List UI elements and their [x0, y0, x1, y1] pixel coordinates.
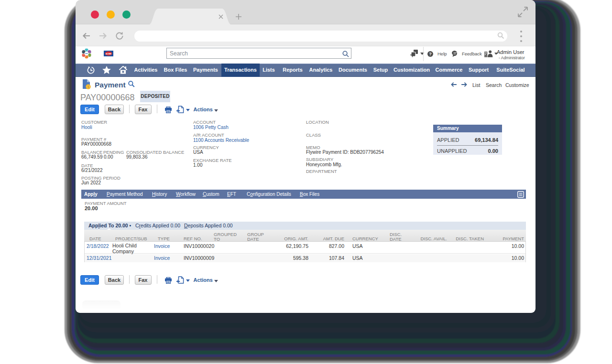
svg-text:ACME: ACME	[106, 53, 111, 55]
svg-text:$: $	[87, 85, 89, 89]
